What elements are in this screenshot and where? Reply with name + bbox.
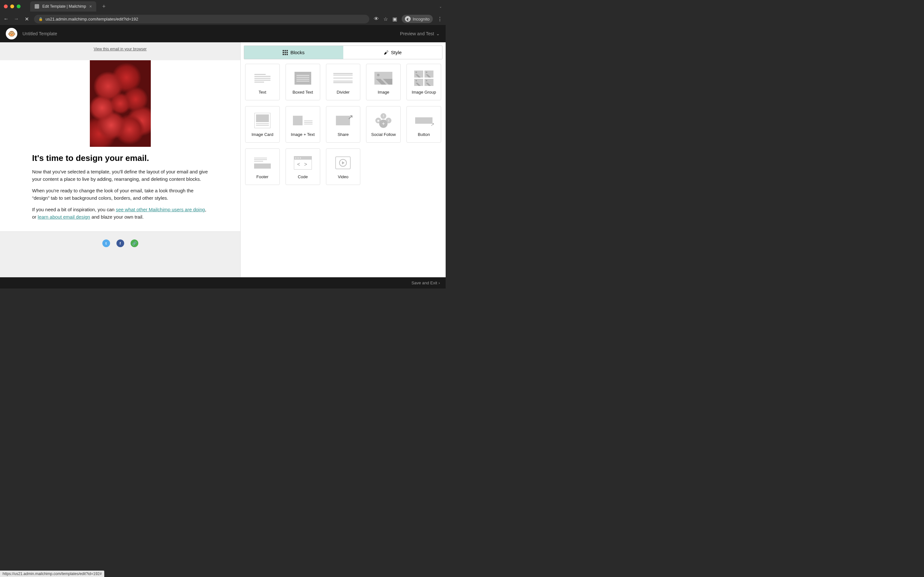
minimize-window-button[interactable]: [10, 5, 14, 8]
chrome-menu-button[interactable]: ⋮: [437, 16, 443, 22]
address-bar: ← → ✕ 🔒 us21.admin.mailchimp.com/templat…: [0, 13, 446, 25]
url-field[interactable]: 🔒 us21.admin.mailchimp.com/templates/edi…: [34, 15, 369, 23]
bottom-bar: Save and Exit ›: [0, 277, 446, 288]
email-canvas[interactable]: View this email in your browser It's tim…: [0, 42, 240, 277]
block-image-card[interactable]: Image Card: [245, 106, 280, 143]
block-image-group[interactable]: Image Group: [407, 64, 441, 100]
inspiration-link-2[interactable]: learn about email design: [38, 214, 90, 219]
block-code[interactable]: < > Code: [286, 148, 320, 185]
hero-image[interactable]: [90, 60, 151, 147]
email-body[interactable]: It's time to design your email. Now that…: [0, 153, 240, 231]
image-card-block-icon: [252, 112, 273, 129]
tab-style[interactable]: 🖌 Style: [343, 46, 443, 59]
facebook-icon[interactable]: f: [116, 239, 124, 247]
main-area: View this email in your browser It's tim…: [0, 42, 446, 277]
block-social-follow[interactable]: f◉t+ Social Follow: [366, 106, 401, 143]
video-block-icon: [333, 155, 353, 171]
block-divider[interactable]: Divider: [326, 64, 360, 100]
social-follow-block-icon: f◉t+: [373, 112, 394, 129]
chevron-down-icon: ⌄: [436, 31, 440, 36]
lock-icon: 🔒: [39, 17, 43, 21]
tab-blocks-label: Blocks: [290, 50, 304, 55]
favicon: [35, 4, 39, 9]
image-text-block-icon: [292, 112, 313, 129]
view-in-browser-bar: View this email in your browser: [0, 42, 240, 56]
blocks-grid-icon: [283, 50, 288, 55]
window-controls: [4, 5, 21, 8]
incognito-badge[interactable]: ◐ Incognito: [402, 15, 433, 23]
save-exit-label: Save and Exit: [411, 280, 437, 285]
close-tab-button[interactable]: ×: [89, 4, 92, 9]
tab-blocks[interactable]: Blocks: [244, 46, 343, 59]
image-group-block-icon: [414, 70, 434, 87]
preview-label: Preview and Test: [400, 31, 434, 36]
email-paragraph-2: When you're ready to change the look of …: [32, 187, 208, 201]
mailchimp-logo[interactable]: 🐵: [6, 28, 17, 39]
tab-overflow-button[interactable]: ⌄: [439, 5, 442, 8]
back-button[interactable]: ←: [3, 16, 9, 22]
maximize-window-button[interactable]: [17, 5, 21, 8]
paintbrush-icon: 🖌: [384, 50, 389, 55]
email-paragraph-3: If you need a bit of inspiration, you ca…: [32, 206, 208, 221]
block-label: Button: [418, 132, 430, 137]
block-footer[interactable]: Footer: [245, 148, 280, 185]
block-label: Image + Text: [291, 132, 315, 137]
forward-button[interactable]: →: [13, 16, 19, 22]
close-window-button[interactable]: [4, 5, 8, 8]
preview-and-test-menu[interactable]: Preview and Test ⌄: [400, 31, 440, 36]
twitter-icon[interactable]: t: [102, 239, 110, 247]
divider-block-icon: [333, 70, 353, 87]
block-label: Text: [258, 90, 266, 95]
sidebar-tabs: Blocks 🖌 Style: [244, 45, 443, 59]
app-header: 🐵 Untitled Template Preview and Test ⌄: [0, 25, 446, 42]
email-paragraph-1: Now that you've selected a template, you…: [32, 168, 208, 183]
block-boxed-text[interactable]: Boxed Text: [286, 64, 320, 100]
block-label: Code: [298, 174, 308, 179]
block-label: Image Group: [412, 90, 436, 95]
save-and-exit-button[interactable]: Save and Exit ›: [411, 280, 440, 285]
link-icon[interactable]: 🔗: [131, 239, 138, 247]
incognito-icon: ◐: [405, 16, 411, 22]
block-label: Social Follow: [371, 132, 396, 137]
browser-tab[interactable]: Edit Template | Mailchimp ×: [30, 1, 96, 11]
block-share[interactable]: Share: [326, 106, 360, 143]
extensions-icon[interactable]: ▣: [393, 16, 397, 22]
block-image-text[interactable]: Image + Text: [286, 106, 320, 143]
editor-sidebar: Blocks 🖌 Style Text Boxed Text Divider: [240, 42, 446, 277]
browser-tab-strip: Edit Template | Mailchimp × + ⌄: [0, 0, 446, 13]
text-block-icon: [252, 70, 273, 87]
url-text: us21.admin.mailchimp.com/templates/edit?…: [45, 17, 138, 21]
block-video[interactable]: Video: [326, 148, 360, 185]
block-label: Share: [338, 132, 349, 137]
template-name[interactable]: Untitled Template: [23, 31, 57, 36]
p3-after: and blaze your own trail.: [90, 214, 144, 219]
reload-button[interactable]: ✕: [24, 16, 29, 22]
email-content[interactable]: It's time to design your email. Now that…: [0, 60, 240, 231]
block-label: Image Card: [252, 132, 273, 137]
block-text[interactable]: Text: [245, 64, 280, 100]
button-block-icon: [414, 112, 434, 129]
bookmark-star-icon[interactable]: ☆: [383, 16, 388, 22]
new-tab-button[interactable]: +: [102, 3, 105, 10]
share-block-icon: [333, 112, 353, 129]
block-label: Image: [378, 90, 389, 95]
block-image[interactable]: Image: [366, 64, 401, 100]
eye-off-icon[interactable]: 👁: [374, 16, 379, 22]
image-block-icon: [373, 70, 394, 87]
tab-style-label: Style: [391, 50, 402, 55]
block-button[interactable]: Button: [407, 106, 441, 143]
email-heading: It's time to design your email.: [32, 153, 208, 163]
block-label: Boxed Text: [292, 90, 313, 95]
blocks-grid: Text Boxed Text Divider Image Image Grou…: [241, 64, 446, 185]
inspiration-link-1[interactable]: see what other Mailchimp users are doing: [116, 207, 205, 212]
social-row[interactable]: t f 🔗: [0, 231, 240, 255]
tab-title: Edit Template | Mailchimp: [42, 4, 86, 9]
chevron-right-icon: ›: [439, 280, 440, 285]
boxed-text-block-icon: [292, 70, 313, 87]
incognito-label: Incognito: [413, 17, 430, 21]
block-label: Video: [338, 174, 349, 179]
code-block-icon: < >: [292, 155, 313, 171]
block-label: Divider: [336, 90, 349, 95]
block-label: Footer: [256, 174, 268, 179]
view-in-browser-link[interactable]: View this email in your browser: [94, 47, 147, 51]
